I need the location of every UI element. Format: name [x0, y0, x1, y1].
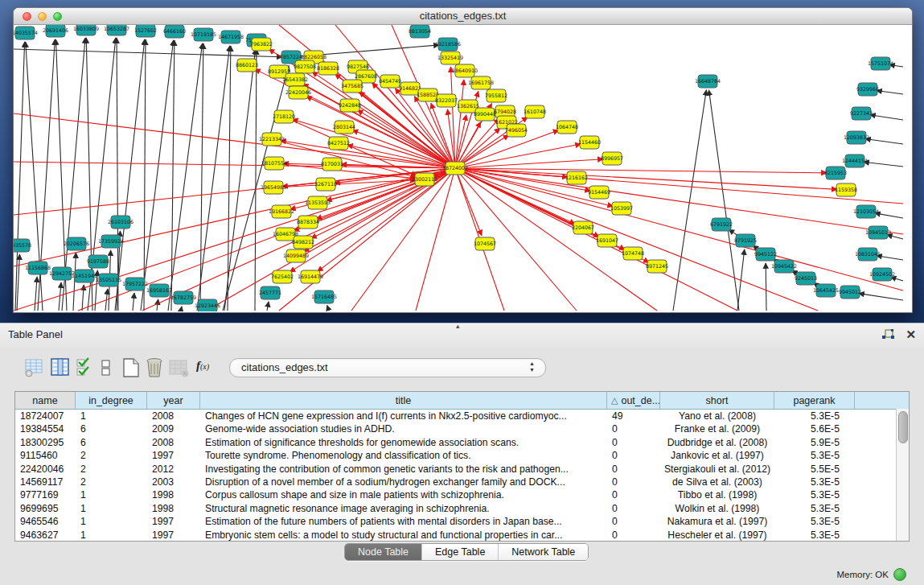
column-header-year[interactable]: year — [147, 392, 200, 409]
graph-node[interactable]: 10831045 — [855, 248, 881, 261]
memory-ok-indicator[interactable] — [893, 568, 906, 581]
graph-node[interactable]: 12923446 — [195, 299, 220, 311]
close-panel-icon[interactable]: ✕ — [906, 327, 916, 343]
network-window-titlebar[interactable]: citations_edges.txt — [14, 8, 912, 25]
graph-node[interactable]: 9329966 — [856, 83, 879, 96]
graph-node[interactable]: 23002115 — [412, 173, 437, 186]
graph-node[interactable]: 19218586 — [435, 38, 461, 51]
graph-node[interactable]: 9227343 — [850, 107, 873, 120]
graph-node[interactable]: 1691047 — [596, 234, 618, 247]
panel-collapse-handle-icon[interactable]: ▴ — [456, 322, 460, 330]
column-header-title[interactable]: title — [200, 392, 607, 409]
graph-node[interactable]: 26103106 — [108, 216, 133, 229]
graph-node[interactable]: 15751074 — [868, 57, 893, 70]
graph-node[interactable]: 13325419 — [437, 51, 463, 64]
row-selection-icon[interactable] — [101, 357, 111, 378]
graph-node[interactable]: 10945013 — [865, 226, 891, 239]
graph-node[interactable]: 18640910 — [452, 64, 478, 77]
graph-node[interactable]: 1074567 — [474, 237, 496, 250]
graph-node[interactable]: 9945122 — [754, 248, 777, 261]
table-row[interactable]: 977716911998Corpus callosum shape and si… — [15, 488, 909, 501]
graph-node[interactable]: 11353593 — [305, 196, 331, 209]
function-builder-icon[interactable]: f(x) — [196, 359, 224, 380]
graph-node[interactable]: 14035574 — [14, 27, 38, 39]
graph-node[interactable]: 9242848 — [339, 99, 361, 112]
graph-node[interactable]: 16958167 — [146, 284, 172, 297]
table-row[interactable]: 1456911722003Disruption of a novel membe… — [15, 476, 909, 488]
column-visibility-icon[interactable] — [50, 357, 71, 378]
graph-node[interactable]: 8498212 — [292, 236, 314, 249]
table-row[interactable]: 2242004622012Investigating the contribut… — [15, 463, 909, 476]
graph-node[interactable]: 1074748 — [622, 247, 644, 260]
graph-node[interactable]: 8860123 — [236, 59, 258, 72]
table-row[interactable]: 911546021997Tourette syndrome. Phenomeno… — [15, 449, 909, 462]
graph-node[interactable]: 14099489 — [283, 249, 309, 262]
graph-node[interactable]: 17359924 — [98, 235, 124, 248]
graph-node[interactable]: 8878334 — [297, 216, 319, 229]
graph-node[interactable]: 20691406 — [43, 25, 68, 37]
graph-node[interactable]: 7963822 — [250, 38, 273, 51]
graph-node[interactable]: 8427512 — [327, 137, 350, 150]
graph-node[interactable]: 11451940 — [72, 270, 97, 282]
graph-node[interactable]: 6791922 — [710, 218, 733, 231]
select-all-icon[interactable] — [76, 357, 92, 378]
graph-node[interactable]: 9945012 — [839, 286, 861, 299]
graph-node[interactable]: 19654985 — [261, 181, 286, 194]
graph-node[interactable]: 1216162 — [565, 171, 588, 184]
graph-node[interactable]: 7955812 — [485, 89, 507, 102]
table-row[interactable]: 969969511998Structural magnetic resonanc… — [15, 502, 909, 515]
graph-node[interactable]: 16914479 — [298, 270, 323, 283]
graph-node[interactable]: 16782759 — [170, 291, 196, 304]
graph-node[interactable]: 8990448 — [474, 108, 496, 121]
graph-node[interactable]: 2718120 — [273, 110, 295, 123]
graph-node[interactable]: 22420046 — [285, 86, 311, 99]
table-row[interactable]: 946554611997Estimation of the future num… — [15, 515, 909, 528]
graph-node[interactable]: 8186328 — [317, 62, 339, 75]
graph-node[interactable]: 8971245 — [646, 260, 668, 273]
graph-node[interactable]: 10719185 — [191, 28, 216, 41]
delete-column-icon[interactable] — [144, 357, 165, 378]
graph-node[interactable]: 1053997 — [610, 202, 633, 215]
graph-node[interactable]: 15716485 — [311, 290, 337, 303]
tab-node-table[interactable]: Node Table — [345, 544, 422, 560]
table-row[interactable]: 946362711997Embryonic stem cells: a mode… — [15, 529, 909, 542]
graph-node[interactable]: 8322037 — [435, 94, 458, 107]
graph-node[interactable]: 8170031 — [321, 158, 343, 171]
graph-node[interactable]: 16648784 — [695, 75, 721, 88]
graph-node[interactable]: 10945422 — [771, 260, 797, 273]
graph-node[interactable]: 9154469 — [588, 186, 610, 199]
table-selector[interactable]: citations_edges.txt ▲▼ — [229, 358, 546, 377]
graph-node[interactable]: 19166822 — [269, 205, 294, 218]
graph-node[interactable]: 12093832 — [844, 131, 869, 144]
column-header-name[interactable]: name — [15, 392, 76, 409]
graph-node[interactable]: 2803144 — [333, 121, 355, 134]
graph-node[interactable]: 17957222 — [122, 278, 148, 290]
tab-network-table[interactable]: Network Table — [499, 544, 588, 560]
graph-node[interactable]: 18724007 — [442, 162, 468, 175]
graph-node[interactable]: 1064748 — [556, 121, 578, 134]
graph-node[interactable]: 3475685 — [341, 80, 363, 93]
graph-node[interactable]: 1154460 — [578, 136, 601, 149]
graph-node[interactable]: 1159358 — [835, 183, 857, 196]
column-header-pagerank[interactable]: pagerank — [774, 392, 855, 409]
graph-node[interactable]: 10653287 — [104, 25, 129, 35]
graph-node[interactable]: 14671958 — [218, 31, 244, 43]
graph-node[interactable]: 1527602 — [134, 25, 157, 37]
table-mode-icon[interactable] — [24, 357, 45, 378]
graph-node[interactable]: 9827508 — [294, 60, 316, 73]
graph-node[interactable]: 18107554 — [261, 157, 287, 170]
graph-node[interactable]: 8791925 — [734, 234, 757, 247]
graph-node[interactable]: 7496054 — [505, 124, 528, 137]
graph-node[interactable]: 11156868 — [25, 262, 51, 274]
graph-node[interactable]: 8215953 — [824, 167, 847, 179]
network-view-window[interactable]: citations_edges.txt 14035574206914061603… — [13, 7, 913, 313]
graph-node[interactable]: 12213343 — [259, 133, 285, 146]
graph-node[interactable]: 8454749 — [379, 75, 401, 88]
tab-edge-table[interactable]: Edge Table — [422, 544, 499, 560]
graph-node[interactable]: 20206576 — [64, 237, 89, 250]
graph-node[interactable]: 1610748 — [524, 105, 546, 118]
graph-node[interactable]: 2204067 — [572, 221, 594, 234]
table-row[interactable]: 1872400712008Changes of HCN gene express… — [15, 410, 909, 422]
graph-node[interactable]: 16961758 — [468, 76, 494, 89]
graph-node[interactable]: 10924502 — [869, 268, 895, 281]
